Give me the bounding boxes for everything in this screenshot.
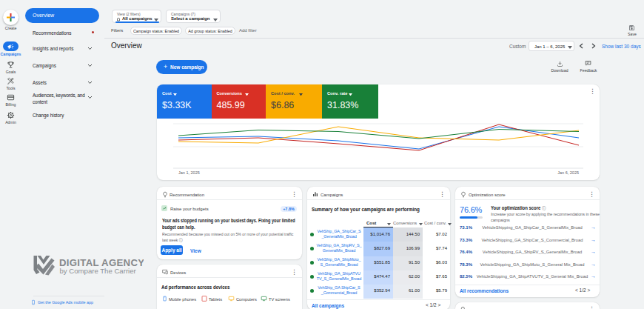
svg-text:Jan 1, 2025: Jan 1, 2025	[178, 170, 200, 175]
svg-text:Jan 6, 2025: Jan 6, 2025	[557, 170, 579, 175]
svg-text:by Compare The Carrier: by Compare The Carrier	[60, 267, 137, 275]
